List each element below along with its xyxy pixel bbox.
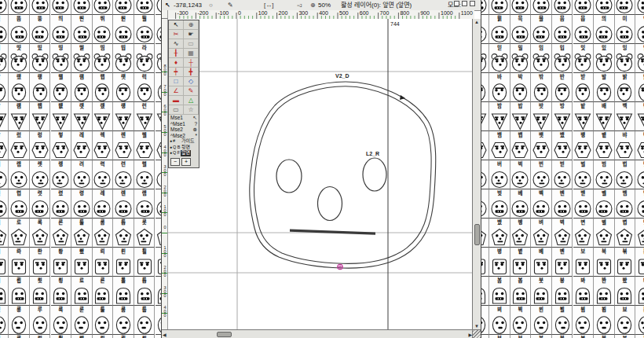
glyph-cell[interactable]: 렝 xyxy=(51,160,72,189)
glyph-cell[interactable]: 롯 xyxy=(134,219,156,248)
scroll-left-arrow[interactable]: ◀ xyxy=(163,332,166,337)
glyph-cell[interactable]: 뜃 xyxy=(0,15,9,44)
layer-name[interactable]: 뒷면 xyxy=(181,145,191,151)
glyph-cell[interactable]: 레 xyxy=(71,131,93,160)
edit-mode-icon[interactable]: ✎ xyxy=(228,2,233,9)
glyph-cell[interactable]: 번 xyxy=(531,160,552,189)
glyph-cell[interactable]: 랫 xyxy=(113,73,134,102)
glyph-cell[interactable]: 뜸 xyxy=(9,15,30,44)
hline-node-tool[interactable]: ┿ xyxy=(169,68,184,77)
glyph-cell[interactable]: 룬 xyxy=(71,306,93,335)
glyph-cell[interactable]: 봐 xyxy=(573,277,595,306)
glyph-cell[interactable]: 랗 xyxy=(0,131,9,160)
glyph-cell[interactable]: 려 xyxy=(71,160,93,189)
glyph-cell[interactable]: 롬 xyxy=(93,219,114,248)
hand-tool[interactable]: ☛ xyxy=(184,30,199,39)
glyph-cell[interactable]: 룁 xyxy=(9,277,30,306)
vline-node-tool[interactable]: ╋ xyxy=(184,68,199,77)
glyph-cell[interactable] xyxy=(51,0,72,15)
glyph-cell[interactable]: 랩 xyxy=(0,277,9,306)
glyph-cell[interactable]: 밈 xyxy=(531,44,552,73)
glyph-cell[interactable]: 반 xyxy=(552,73,573,102)
glyph-cell[interactable] xyxy=(113,0,134,15)
add-node-tool[interactable]: ╂ xyxy=(169,49,184,58)
glyph-cell[interactable]: 뱉 xyxy=(594,131,615,160)
glyph-cell[interactable]: 뵈 xyxy=(489,306,510,335)
glyph-cell[interactable]: 밉 xyxy=(552,44,573,73)
glyph-cell[interactable]: 랄 xyxy=(0,73,9,102)
glyph-cell[interactable]: 럤 xyxy=(93,102,114,131)
glyph-cell[interactable]: 띔 xyxy=(0,44,9,73)
glyph-cell[interactable]: 본 xyxy=(635,248,644,277)
glyph-cell[interactable]: 렁 xyxy=(30,131,51,160)
glyph-cell[interactable]: 령 xyxy=(71,189,93,219)
mouth-contour[interactable] xyxy=(290,230,375,235)
palette-zoom-out-button[interactable]: − xyxy=(170,158,180,166)
glyph-cell[interactable] xyxy=(510,0,532,15)
glyph-cell[interactable]: 렬 xyxy=(134,160,156,189)
vertical-ruler[interactable]: 8007006005004003002001000100200300400 xyxy=(162,19,168,329)
glyph-cell[interactable]: 로 xyxy=(9,219,30,248)
glyph-cell[interactable] xyxy=(134,0,156,15)
start-node-marker[interactable] xyxy=(338,264,342,269)
glyph-cell[interactable]: 봤 xyxy=(615,277,636,306)
layer-row-가이드[interactable]: ●#가이드 xyxy=(169,138,199,145)
glyph-cell[interactable] xyxy=(573,0,595,15)
glyph-cell[interactable] xyxy=(30,0,51,15)
glyph-cell[interactable] xyxy=(615,0,636,15)
glyph-cell[interactable]: 띵 xyxy=(51,44,72,73)
glyph-cell[interactable] xyxy=(93,0,114,15)
glyph-cell[interactable]: 렵 xyxy=(9,189,30,219)
glyph-cell[interactable]: 발 xyxy=(594,73,615,102)
glyph-cell[interactable]: 밥 xyxy=(510,102,532,131)
glyph-cell[interactable]: 벨 xyxy=(594,189,615,219)
window-zoom-button[interactable] xyxy=(462,1,467,6)
knife-tool[interactable]: ✂ xyxy=(169,30,184,39)
glyph-cell[interactable]: 벼 xyxy=(531,219,552,248)
glyph-cell[interactable]: 료 xyxy=(71,277,93,306)
glyph-cell[interactable]: 벗 xyxy=(635,160,644,189)
glyph-cell[interactable]: 륀 xyxy=(134,335,156,338)
measure-tool[interactable]: ▭ xyxy=(184,39,199,49)
glyph-cell[interactable]: 볜 xyxy=(552,248,573,277)
glyph-cell[interactable]: 벅 xyxy=(510,160,532,189)
glyph-cell[interactable]: 복 xyxy=(594,248,615,277)
glyph-cell[interactable]: 띱 xyxy=(113,44,134,73)
glyph-cell[interactable]: 롑 xyxy=(134,189,156,219)
mesh-tool[interactable]: ▦ xyxy=(184,49,199,58)
glyph-cell[interactable]: 벽 xyxy=(552,219,573,248)
glyph-cell[interactable]: 롤 xyxy=(71,219,93,248)
pencil-tool[interactable]: ✎ xyxy=(184,86,199,96)
left-eye-contour[interactable] xyxy=(276,160,302,193)
star-tool[interactable]: ☆ xyxy=(184,105,199,115)
glyph-cell[interactable]: 렷 xyxy=(30,189,51,219)
glyph-cell[interactable]: 롸 xyxy=(9,248,30,277)
glyph-cell[interactable]: 렇 xyxy=(51,131,72,160)
glyph-cell[interactable]: 밴 xyxy=(635,102,644,131)
glyph-cell[interactable]: 롭 xyxy=(113,219,134,248)
glyph-cell[interactable] xyxy=(635,0,644,15)
glyph-cell[interactable]: 볘 xyxy=(531,248,552,277)
layer-name[interactable]: 앞면 xyxy=(181,150,191,156)
glyph-cell[interactable]: 뱁 xyxy=(510,131,532,160)
glyph-cell[interactable]: 믹 xyxy=(635,15,644,44)
glyph-cell[interactable]: 믜 xyxy=(594,15,615,44)
glyph-cell[interactable]: 룰 xyxy=(93,306,114,335)
glyph-cell[interactable]: 벧 xyxy=(573,189,595,219)
right-eye-contour[interactable] xyxy=(363,158,386,191)
glyph-cell[interactable]: 벡 xyxy=(531,189,552,219)
glyph-cell[interactable]: 띈 xyxy=(71,15,93,44)
triangle-tool[interactable]: △ xyxy=(184,96,199,105)
layer-row-뒷면[interactable]: ●Q B뒷면 xyxy=(169,145,199,151)
glyph-cell[interactable]: 련 xyxy=(113,160,134,189)
glyph-cell[interactable]: 룩 xyxy=(51,306,72,335)
glyph-cell[interactable]: 뛴 xyxy=(113,15,134,44)
glyph-cell[interactable]: 렛 xyxy=(30,160,51,189)
glyph-cell[interactable]: 띨 xyxy=(71,44,93,73)
glyph-cell[interactable]: 벚 xyxy=(489,189,510,219)
scroll-down-arrow[interactable]: ▼ xyxy=(473,324,481,329)
glyph-cell[interactable]: 띴 xyxy=(30,44,51,73)
glyph-cell[interactable]: 봬 xyxy=(635,277,644,306)
glyph-cell[interactable]: 뢍 xyxy=(51,248,72,277)
glyph-cell[interactable]: 벵 xyxy=(510,219,532,248)
